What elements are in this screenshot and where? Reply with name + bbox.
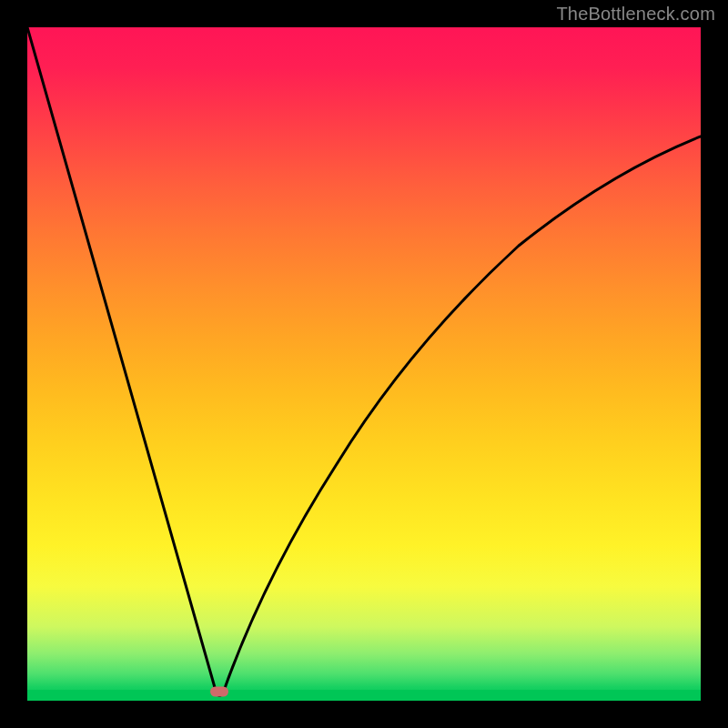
optimal-marker	[210, 687, 228, 697]
plot-area	[27, 27, 701, 701]
bottleneck-curve-path	[27, 27, 701, 696]
watermark-text: TheBottleneck.com	[556, 4, 715, 25]
curve-svg	[27, 27, 701, 701]
chart-frame: TheBottleneck.com	[0, 0, 728, 728]
